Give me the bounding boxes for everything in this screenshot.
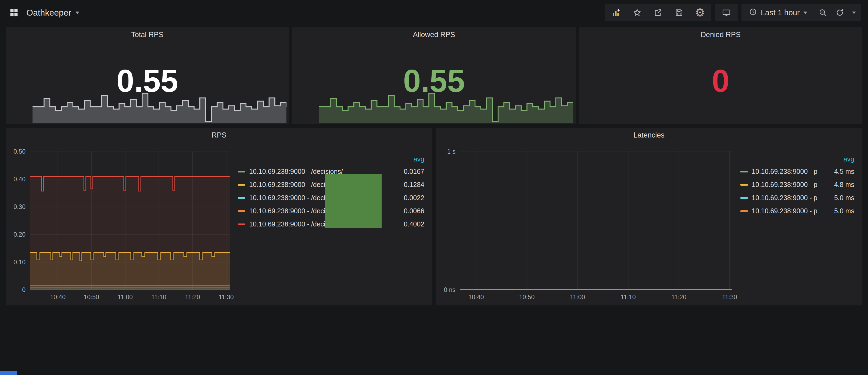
panel-total-rps: Total RPS 0.55 bbox=[6, 27, 289, 124]
y-axis-tick-label: 0 bbox=[22, 286, 26, 293]
series-avg-value: 5.0 ms bbox=[817, 194, 854, 202]
star-button[interactable] bbox=[627, 4, 647, 21]
y-axis-tick-label: 0 ns bbox=[444, 286, 456, 293]
series-color-marker[interactable] bbox=[238, 184, 245, 186]
series-name: 10.10.69.238:9000 - p99 bbox=[752, 194, 817, 202]
y-axis-tick-label: 0.40 bbox=[13, 176, 26, 183]
view-mode-group bbox=[715, 4, 738, 21]
monitor-icon bbox=[722, 8, 731, 17]
graph-legend: avg10.10.69.238:9000 - p904.5 ms10.10.69… bbox=[732, 152, 859, 290]
x-axis-tick-label: 10:40 bbox=[468, 293, 484, 301]
legend-color-overlay bbox=[325, 174, 381, 228]
series-avg-value: 4.5 ms bbox=[817, 168, 854, 176]
star-icon bbox=[633, 8, 642, 17]
gear-icon: ⚙ bbox=[695, 7, 705, 18]
plot-area[interactable]: 10:4010:5011:0011:1011:2011:30 bbox=[460, 152, 732, 290]
dashboards-grid-button[interactable] bbox=[7, 4, 21, 21]
series-color-marker[interactable] bbox=[238, 197, 245, 199]
panel-latencies-graph: Latencies 1 s0 ns 10:4010:5011:0011:1011… bbox=[436, 128, 862, 306]
x-axis: 10:4010:5011:0011:1011:2011:30 bbox=[30, 291, 230, 302]
dashboard-grid: Total RPS 0.55 Allowed RPS 0.55 Denied R… bbox=[0, 25, 868, 306]
series-avg-value: 0.4002 bbox=[387, 220, 424, 228]
save-button[interactable] bbox=[669, 4, 689, 21]
y-axis: 0.500.400.300.200.100 bbox=[7, 152, 30, 290]
legend-item[interactable]: 10.10.69.238:9000 - p1005.0 ms bbox=[740, 205, 854, 218]
x-axis-tick-label: 11:00 bbox=[570, 293, 585, 301]
panel-denied-rps: Denied RPS 0 bbox=[579, 27, 862, 124]
clock-icon bbox=[749, 8, 757, 18]
settings-button[interactable]: ⚙ bbox=[690, 4, 710, 21]
chevron-down-icon bbox=[804, 11, 807, 14]
save-icon bbox=[675, 8, 683, 17]
dashboard-title-dropdown[interactable]: Oathkeeper bbox=[26, 8, 79, 18]
panel-title[interactable]: Latencies bbox=[436, 128, 862, 143]
time-range-label: Last 1 hour bbox=[761, 8, 800, 17]
series-color-marker[interactable] bbox=[740, 197, 748, 199]
y-axis-tick-label: 0.10 bbox=[13, 259, 26, 266]
x-axis-tick-label: 10:50 bbox=[84, 293, 99, 301]
series-avg-value: 0.0022 bbox=[387, 194, 424, 202]
legend-avg-header: avg bbox=[740, 153, 854, 165]
plot-area[interactable]: 10:4010:5011:0011:1011:2011:30 bbox=[30, 152, 230, 290]
x-axis-tick-label: 11:30 bbox=[722, 293, 737, 301]
y-axis-tick-label: 0.20 bbox=[13, 231, 26, 238]
series-name: 10.10.69.238:9000 - p100 bbox=[752, 207, 817, 215]
refresh-interval-dropdown[interactable] bbox=[848, 4, 860, 21]
y-axis-tick-label: 1 s bbox=[447, 148, 456, 155]
series-color-marker[interactable] bbox=[740, 171, 748, 173]
panel-title[interactable]: RPS bbox=[6, 128, 432, 143]
legend-item[interactable]: 10.10.69.238:9000 - p995.0 ms bbox=[740, 191, 854, 205]
dashboard-actions-group: ⚙ bbox=[605, 4, 711, 21]
x-axis-tick-label: 11:20 bbox=[185, 293, 200, 301]
series-avg-value: 4.8 ms bbox=[817, 181, 854, 189]
time-range-picker[interactable]: Last 1 hour bbox=[743, 4, 814, 21]
add-panel-icon bbox=[612, 8, 621, 17]
share-button[interactable] bbox=[648, 4, 668, 21]
panel-title[interactable]: Denied RPS bbox=[579, 27, 862, 42]
panel-title[interactable]: Total RPS bbox=[6, 27, 289, 42]
grid-icon bbox=[9, 8, 19, 18]
chevron-down-icon bbox=[852, 11, 856, 14]
y-axis-tick-label: 0.30 bbox=[13, 204, 26, 211]
series-color-marker[interactable] bbox=[238, 171, 245, 173]
x-axis-tick-label: 11:20 bbox=[671, 293, 686, 301]
zoom-out-button[interactable] bbox=[814, 4, 832, 21]
x-axis-tick-label: 10:50 bbox=[519, 293, 535, 301]
y-axis-tick-label: 0.50 bbox=[13, 148, 26, 155]
refresh-button[interactable] bbox=[832, 4, 847, 21]
series-avg-value: 0.0167 bbox=[387, 168, 424, 176]
refresh-icon bbox=[835, 8, 844, 17]
series-color-marker[interactable] bbox=[740, 210, 748, 212]
x-axis: 10:4010:5011:0011:1011:2011:30 bbox=[460, 291, 732, 302]
panel-title[interactable]: Allowed RPS bbox=[292, 27, 576, 42]
series-avg-value: 0.0066 bbox=[387, 207, 424, 215]
x-axis-tick-label: 11:10 bbox=[151, 293, 166, 301]
series-color-marker[interactable] bbox=[238, 223, 245, 225]
y-axis: 1 s0 ns bbox=[437, 152, 460, 290]
magnifier-zoom-out-icon bbox=[818, 8, 827, 17]
legend-item[interactable]: 10.10.69.238:9000 - p904.5 ms bbox=[740, 165, 854, 178]
page-title: Oathkeeper bbox=[26, 8, 71, 18]
x-axis-tick-label: 11:10 bbox=[621, 293, 636, 301]
chevron-down-icon bbox=[75, 11, 79, 14]
series-avg-value: 5.0 ms bbox=[817, 207, 854, 215]
legend-avg-header: avg bbox=[238, 153, 424, 165]
share-icon bbox=[654, 8, 662, 17]
cycle-view-button[interactable] bbox=[716, 4, 737, 21]
sparkline bbox=[319, 92, 573, 123]
series-avg-value: 0.1284 bbox=[387, 181, 424, 189]
series-color-marker[interactable] bbox=[740, 184, 748, 186]
bottom-blue-strip bbox=[0, 371, 17, 375]
add-panel-button[interactable] bbox=[606, 4, 626, 21]
series-name: 10.10.69.238:9000 - p95 bbox=[752, 181, 817, 189]
sparkline bbox=[33, 92, 286, 123]
navbar: Oathkeeper bbox=[0, 0, 868, 25]
series-name: 10.10.69.238:9000 - p90 bbox=[752, 168, 817, 176]
x-axis-tick-label: 11:30 bbox=[219, 293, 234, 301]
legend-item[interactable]: 10.10.69.238:9000 - p954.8 ms bbox=[740, 178, 854, 191]
stat-value: 0 bbox=[579, 65, 862, 97]
time-controls-group: Last 1 hour bbox=[741, 4, 861, 21]
series-color-marker[interactable] bbox=[238, 210, 245, 212]
x-axis-tick-label: 11:00 bbox=[118, 293, 133, 301]
panel-allowed-rps: Allowed RPS 0.55 bbox=[292, 27, 576, 124]
